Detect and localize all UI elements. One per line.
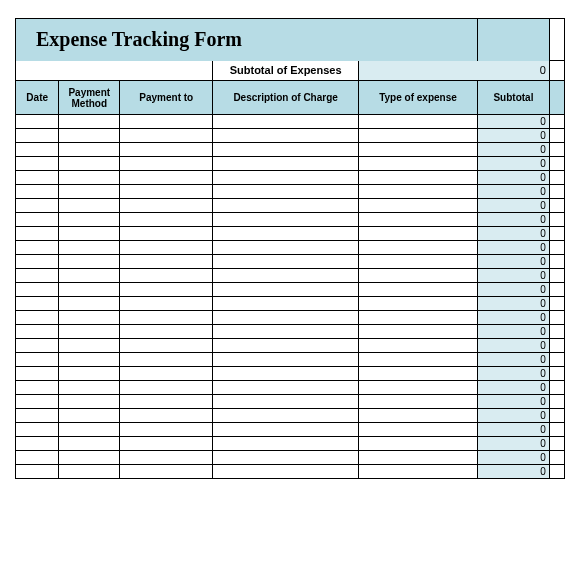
data-cell[interactable]	[16, 269, 59, 283]
data-cell[interactable]	[213, 367, 358, 381]
data-cell[interactable]	[59, 423, 120, 437]
data-cell[interactable]	[358, 283, 477, 297]
data-cell[interactable]	[16, 339, 59, 353]
data-cell[interactable]	[59, 353, 120, 367]
data-cell[interactable]	[358, 171, 477, 185]
data-cell[interactable]	[120, 185, 213, 199]
data-cell[interactable]	[59, 437, 120, 451]
data-cell[interactable]	[59, 213, 120, 227]
data-cell[interactable]	[120, 255, 213, 269]
data-cell[interactable]	[213, 423, 358, 437]
data-cell[interactable]	[16, 157, 59, 171]
data-cell[interactable]	[16, 381, 59, 395]
data-cell[interactable]	[16, 185, 59, 199]
data-cell[interactable]	[213, 143, 358, 157]
data-cell[interactable]	[120, 157, 213, 171]
data-cell[interactable]	[213, 115, 358, 129]
data-cell[interactable]	[358, 395, 477, 409]
data-cell[interactable]	[213, 213, 358, 227]
data-cell[interactable]	[358, 241, 477, 255]
data-cell[interactable]	[120, 283, 213, 297]
data-cell[interactable]	[16, 451, 59, 465]
data-cell[interactable]	[358, 437, 477, 451]
data-cell[interactable]	[59, 367, 120, 381]
data-cell[interactable]	[16, 171, 59, 185]
data-cell[interactable]	[59, 409, 120, 423]
data-cell[interactable]	[59, 241, 120, 255]
data-cell[interactable]	[120, 199, 213, 213]
data-cell[interactable]	[120, 297, 213, 311]
data-cell[interactable]	[213, 171, 358, 185]
data-cell[interactable]	[59, 143, 120, 157]
data-cell[interactable]	[16, 255, 59, 269]
data-cell[interactable]	[16, 115, 59, 129]
data-cell[interactable]	[358, 129, 477, 143]
data-cell[interactable]	[120, 437, 213, 451]
data-cell[interactable]	[120, 409, 213, 423]
data-cell[interactable]	[358, 115, 477, 129]
data-cell[interactable]	[120, 311, 213, 325]
data-cell[interactable]	[120, 269, 213, 283]
data-cell[interactable]	[16, 465, 59, 479]
data-cell[interactable]	[16, 227, 59, 241]
data-cell[interactable]	[358, 465, 477, 479]
data-cell[interactable]	[213, 339, 358, 353]
data-cell[interactable]	[120, 115, 213, 129]
data-cell[interactable]	[358, 367, 477, 381]
data-cell[interactable]	[358, 311, 477, 325]
data-cell[interactable]	[120, 241, 213, 255]
data-cell[interactable]	[213, 451, 358, 465]
data-cell[interactable]	[59, 157, 120, 171]
data-cell[interactable]	[59, 115, 120, 129]
data-cell[interactable]	[213, 199, 358, 213]
data-cell[interactable]	[120, 353, 213, 367]
data-cell[interactable]	[59, 451, 120, 465]
data-cell[interactable]	[213, 185, 358, 199]
data-cell[interactable]	[16, 325, 59, 339]
data-cell[interactable]	[16, 129, 59, 143]
data-cell[interactable]	[358, 339, 477, 353]
data-cell[interactable]	[213, 325, 358, 339]
data-cell[interactable]	[59, 339, 120, 353]
data-cell[interactable]	[120, 395, 213, 409]
data-cell[interactable]	[213, 395, 358, 409]
data-cell[interactable]	[59, 129, 120, 143]
data-cell[interactable]	[120, 325, 213, 339]
data-cell[interactable]	[59, 325, 120, 339]
data-cell[interactable]	[213, 409, 358, 423]
data-cell[interactable]	[358, 451, 477, 465]
data-cell[interactable]	[358, 213, 477, 227]
data-cell[interactable]	[16, 437, 59, 451]
data-cell[interactable]	[16, 199, 59, 213]
data-cell[interactable]	[16, 297, 59, 311]
data-cell[interactable]	[213, 241, 358, 255]
data-cell[interactable]	[213, 311, 358, 325]
data-cell[interactable]	[358, 409, 477, 423]
data-cell[interactable]	[59, 171, 120, 185]
data-cell[interactable]	[120, 367, 213, 381]
data-cell[interactable]	[213, 437, 358, 451]
data-cell[interactable]	[213, 465, 358, 479]
data-cell[interactable]	[358, 227, 477, 241]
data-cell[interactable]	[213, 269, 358, 283]
data-cell[interactable]	[16, 395, 59, 409]
data-cell[interactable]	[358, 199, 477, 213]
data-cell[interactable]	[59, 185, 120, 199]
data-cell[interactable]	[16, 143, 59, 157]
data-cell[interactable]	[16, 283, 59, 297]
data-cell[interactable]	[16, 367, 59, 381]
data-cell[interactable]	[120, 143, 213, 157]
data-cell[interactable]	[358, 255, 477, 269]
data-cell[interactable]	[16, 409, 59, 423]
data-cell[interactable]	[213, 227, 358, 241]
data-cell[interactable]	[358, 381, 477, 395]
data-cell[interactable]	[16, 423, 59, 437]
data-cell[interactable]	[213, 255, 358, 269]
data-cell[interactable]	[358, 423, 477, 437]
data-cell[interactable]	[358, 353, 477, 367]
data-cell[interactable]	[59, 297, 120, 311]
data-cell[interactable]	[59, 381, 120, 395]
data-cell[interactable]	[59, 311, 120, 325]
data-cell[interactable]	[213, 381, 358, 395]
data-cell[interactable]	[16, 213, 59, 227]
